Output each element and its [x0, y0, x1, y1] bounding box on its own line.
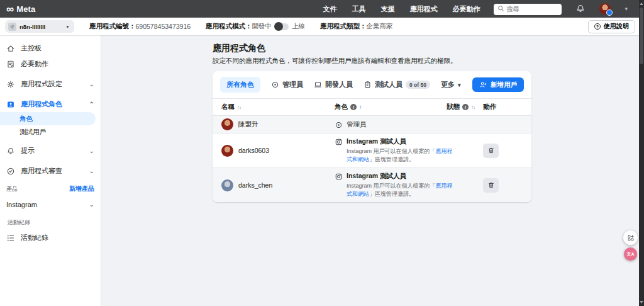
role-description: Instagram 用戶可以在個人檔案的「應用程式和網站」區塊管理邀請。 [347, 182, 453, 198]
user-avatar[interactable] [599, 3, 611, 14]
menu-tools[interactable]: 工具 [352, 4, 365, 14]
description-text: Instagram 用戶可以在個人檔案的「 [347, 148, 436, 154]
sort-icon: ↑↓ [471, 105, 475, 110]
main-content: 應用程式角色 設定不同的應用程式角色，可讓你控制哪些用戶應該有編輯和查看應用程式… [101, 35, 644, 306]
sidebar-item-label: 應用程式審查 [21, 166, 62, 176]
instagram-icon [335, 173, 343, 181]
app-selector-dropdown[interactable]: n8n-IIIIIIII ▼ [5, 20, 74, 33]
tab-label: 更多 [441, 80, 455, 89]
scrollbar-thumb[interactable] [640, 8, 643, 64]
translate-icon: 文A [626, 251, 634, 258]
sidebar-item-dashboard[interactable]: 主控板 [0, 40, 101, 56]
action-cell [483, 178, 524, 193]
app-mode-field: 應用程式模式： 開發中 上線 [206, 22, 305, 31]
avatar [221, 118, 233, 130]
app-mode-label: 應用程式模式： [206, 22, 252, 31]
products-label: 產品 [6, 185, 18, 193]
app-type-label: 應用程式類型： [320, 22, 367, 31]
task-list-icon [6, 60, 15, 69]
description-text: 」區塊管理邀請。 [369, 156, 414, 162]
user-name: darks0603 [238, 147, 269, 154]
column-header-action: 動作 [483, 103, 524, 111]
bell-icon [6, 147, 15, 156]
meta-logo[interactable]: ∞ Meta [6, 4, 36, 14]
menu-apps[interactable]: 應用程式 [409, 4, 437, 14]
app-id-value: 690578453473916 [136, 23, 191, 30]
app-mode-toggle[interactable] [275, 23, 289, 30]
translate-button[interactable]: 文A [624, 247, 637, 261]
tab-testers[interactable]: 測試人員 0 of 50 [364, 80, 430, 89]
sidebar-subitem-label: 角色 [19, 115, 33, 123]
menu-required-actions[interactable]: 必要動作 [452, 4, 480, 14]
app-selector-caret-icon: ▼ [65, 25, 70, 29]
tab-more[interactable]: 更多 ▾ [441, 80, 461, 89]
column-header-name[interactable]: 名稱 ↑↓ [221, 103, 335, 111]
table-row: darks0603 Instagram 測試人員 Instagram 用戶可以在… [213, 133, 531, 167]
role-filter-tabs: 所有角色 管理員 開發人員 測試人員 0 of 50 更多 ▾ [213, 71, 531, 98]
sidebar-item-label: 必要動作 [21, 59, 48, 69]
sidebar-item-alerts[interactable]: 提示 ⌄ [0, 143, 101, 159]
sidebar-item-label: 活動紀錄 [21, 233, 48, 242]
sidebar-item-label: Instagram [6, 201, 37, 208]
table-row: darks_chen Instagram 測試人員 Instagram 用戶可以… [213, 167, 531, 202]
menu-docs[interactable]: 文件 [323, 4, 336, 14]
sidebar-subitem-roles[interactable]: 角色 [0, 112, 96, 125]
column-header-status[interactable]: 狀態 i ↑↓ [447, 103, 483, 111]
scroll-down-arrow[interactable] [640, 301, 643, 303]
delete-user-button[interactable] [483, 178, 499, 193]
vertical-scrollbar[interactable] [639, 0, 644, 306]
app-type-value: 企業商家 [367, 22, 393, 31]
sidebar-item-required-actions[interactable]: 必要動作 [0, 56, 101, 72]
menu-support[interactable]: 支援 [380, 4, 394, 14]
top-menu: 文件 工具 支援 應用程式 必要動作 [323, 4, 480, 14]
sidebar-subitem-test-users[interactable]: 測試用戶 [0, 125, 96, 139]
user-role-cell: Instagram 測試人員 Instagram 用戶可以在個人檔案的「應用程式… [335, 172, 447, 198]
laptop-icon [314, 81, 322, 89]
tab-label: 測試人員 [375, 80, 402, 89]
tab-developers[interactable]: 開發人員 [314, 80, 353, 89]
tab-all-roles[interactable]: 所有角色 [220, 77, 260, 93]
products-section-header: 產品 新增產品 [0, 179, 101, 196]
app-mode-live-label: 上線 [292, 22, 305, 31]
sidebar-item-label: 提示 [21, 146, 35, 156]
role-title: Instagram 測試人員 [347, 172, 453, 181]
sidebar-item-instagram[interactable]: Instagram ⌄ [0, 196, 101, 212]
column-label: 狀態 [447, 103, 460, 111]
column-label: 名稱 [221, 103, 235, 111]
app-id-label: 應用程式編號： [89, 22, 136, 31]
user-role-cell: Instagram 測試人員 Instagram 用戶可以在個人檔案的「應用程式… [335, 137, 447, 164]
column-header-role[interactable]: 角色 i ↑ [335, 103, 447, 111]
avatar [221, 179, 233, 191]
testers-count-badge: 0 of 50 [406, 81, 430, 89]
scroll-up-arrow[interactable] [640, 3, 643, 5]
account-chevron-down-icon[interactable]: ▾ [625, 6, 628, 12]
table-header: 名稱 ↑↓ 角色 i ↑ 狀態 i ↑↓ 動作 [213, 98, 531, 115]
notifications-bell-icon[interactable] [575, 4, 586, 14]
sidebar-item-label: 應用程式設定 [21, 79, 62, 89]
facebook-badge-icon [606, 9, 613, 16]
tab-administrators[interactable]: 管理員 [271, 80, 303, 89]
sidebar-item-app-roles[interactable]: 應用程式角色 ⌃ [0, 96, 101, 112]
column-label: 動作 [483, 103, 496, 111]
delete-user-button[interactable] [483, 144, 499, 158]
user-name: darks_chen [238, 181, 272, 189]
action-cell [483, 144, 524, 158]
sidebar-item-app-review[interactable]: 應用程式審查 ⌄ [0, 163, 101, 179]
app-context-bar: n8n-IIIIIIII ▼ 應用程式編號： 690578453473916 應… [0, 18, 644, 35]
clipboard-icon [364, 81, 372, 89]
sidebar-item-activity-log[interactable]: 活動紀錄 [0, 230, 101, 246]
extension-grid-button[interactable] [623, 230, 638, 245]
add-user-button[interactable]: 新增用戶 [472, 77, 524, 92]
help-button[interactable]: ? 使用說明 [588, 20, 635, 33]
user-name: 陳盟升 [238, 120, 258, 129]
app-type-field: 應用程式類型： 企業商家 [320, 22, 393, 31]
role-label: 管理員 [347, 120, 367, 129]
user-name-cell: darks_chen [221, 179, 335, 191]
selected-app-name: n8n-IIIIIIII [19, 23, 62, 30]
add-product-link[interactable]: 新增產品 [69, 184, 94, 193]
home-icon [6, 44, 15, 53]
meta-infinity-icon: ∞ [6, 4, 14, 14]
sidebar-item-app-settings[interactable]: 應用程式設定 ⌄ [0, 76, 101, 92]
search-icon [497, 4, 505, 13]
brand-name: Meta [16, 4, 35, 14]
